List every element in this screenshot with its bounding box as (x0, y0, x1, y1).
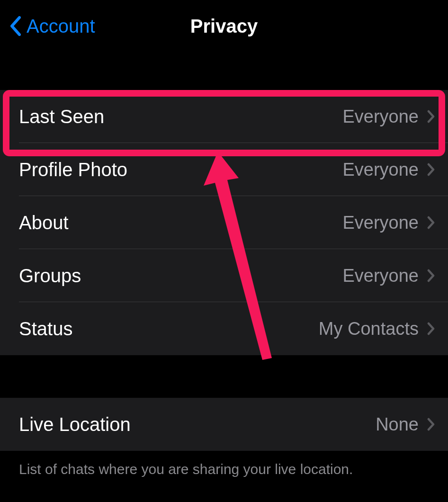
row-label: Profile Photo (19, 159, 342, 180)
row-last-seen[interactable]: Last Seen Everyone (0, 90, 448, 143)
row-value: Everyone (342, 266, 419, 286)
row-label: Live Location (19, 414, 376, 435)
row-value: My Contacts (319, 319, 419, 339)
row-label: Status (19, 318, 319, 340)
row-value: None (376, 414, 419, 435)
page-title: Privacy (190, 16, 258, 37)
row-label: Groups (19, 265, 342, 287)
chevron-right-icon (427, 322, 435, 335)
live-location-group: Live Location None (0, 398, 448, 451)
chevron-right-icon (427, 269, 435, 282)
row-value: Everyone (342, 107, 419, 127)
chevron-left-icon (9, 16, 22, 36)
privacy-settings-group: Last Seen Everyone Profile Photo Everyon… (0, 90, 448, 355)
row-label: About (19, 212, 342, 233)
row-profile-photo[interactable]: Profile Photo Everyone (0, 143, 448, 196)
row-label: Last Seen (19, 106, 342, 127)
row-status[interactable]: Status My Contacts (0, 302, 448, 355)
row-live-location[interactable]: Live Location None (0, 398, 448, 451)
live-location-footer: List of chats where you are sharing your… (0, 451, 448, 488)
navigation-bar: Account Privacy (0, 0, 448, 52)
chevron-right-icon (427, 216, 435, 229)
chevron-right-icon (427, 163, 435, 176)
row-value: Everyone (342, 160, 419, 180)
chevron-right-icon (427, 418, 435, 431)
back-label: Account (27, 16, 95, 37)
row-about[interactable]: About Everyone (0, 196, 448, 249)
chevron-right-icon (427, 110, 435, 123)
row-groups[interactable]: Groups Everyone (0, 249, 448, 302)
row-value: Everyone (342, 213, 419, 233)
back-button[interactable]: Account (9, 16, 95, 37)
